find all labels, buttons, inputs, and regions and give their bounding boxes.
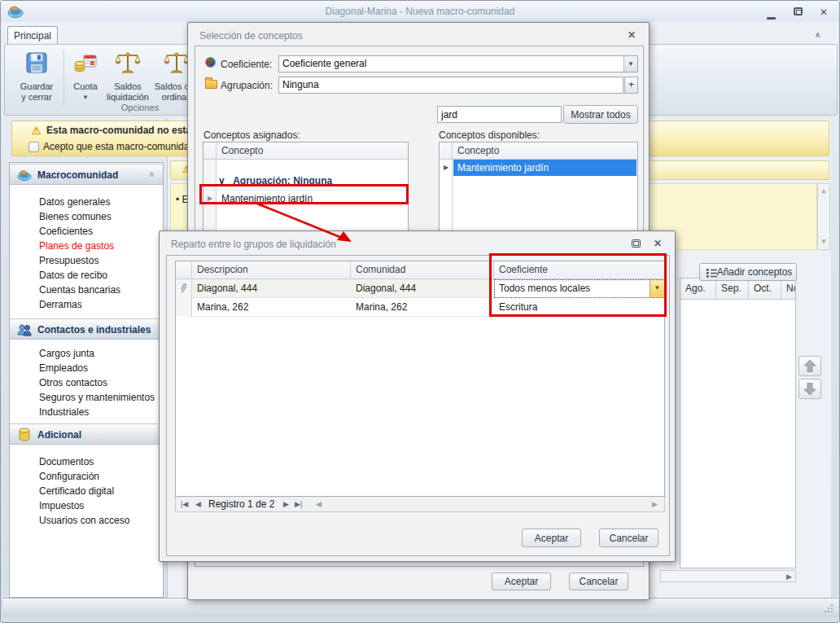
aceptar-button[interactable]: Aceptar xyxy=(522,529,581,547)
list-icon xyxy=(707,268,717,278)
accept-checkbox-label: Acepto que esta macro-comunidad es xyxy=(43,141,208,152)
guardar-y-cerrar-button[interactable]: Guardary cerrar xyxy=(15,47,59,106)
accept-checkbox[interactable] xyxy=(28,142,39,152)
mostrar-todos-button[interactable]: Mostrar todos xyxy=(563,105,638,124)
sidebar-group-label: Macrocomunidad xyxy=(37,169,118,181)
resize-grip[interactable] xyxy=(824,603,833,613)
month-column-header[interactable]: Sep. xyxy=(716,279,749,300)
sidebar-group-adicional[interactable]: Adicional xyxy=(10,423,163,445)
nav-prev-icon[interactable]: ◀ xyxy=(195,500,201,508)
agrupacion-value: Ninguna xyxy=(282,79,319,90)
chevron-up-icon[interactable]: ∧ xyxy=(149,169,155,178)
nav-last-icon[interactable]: ▶| xyxy=(295,500,302,508)
sidebar-item-coeficientes[interactable]: Coeficientes xyxy=(39,224,93,239)
database-icon xyxy=(19,428,30,441)
concepto-column-header[interactable]: Concepto xyxy=(453,143,637,160)
sidebar-item-derramas[interactable]: Derramas xyxy=(39,297,82,312)
scroll-right-icon[interactable]: ▶ xyxy=(786,573,792,581)
available-list-label: Conceptos disponibles: xyxy=(439,129,540,141)
aceptar-button[interactable]: Aceptar xyxy=(492,573,551,590)
ribbon-collapse-button[interactable]: ∧ xyxy=(815,30,820,39)
statusbar xyxy=(3,598,838,617)
agrupacion-add-button[interactable]: + xyxy=(624,77,638,94)
months-table: Ago. Sep. Oct. Nov. xyxy=(680,278,796,568)
available-concept-label: Mantenimiento jardín xyxy=(457,162,549,173)
comunidad-cell[interactable]: Marina, 262 xyxy=(356,301,407,313)
nav-next-icon[interactable]: ▶ xyxy=(283,500,289,508)
descripcion-column-header[interactable]: Descripcion xyxy=(192,261,351,279)
ribbon-button-label: Cuota xyxy=(67,81,104,92)
dialog-title: Selección de conceptos xyxy=(199,30,303,42)
month-column-header[interactable]: Nov. xyxy=(781,279,796,300)
sidebar-item-cuentas-bancarias[interactable]: Cuentas bancarias xyxy=(39,283,120,297)
tab-principal[interactable]: Principal xyxy=(7,26,58,45)
move-down-button[interactable] xyxy=(798,379,821,399)
sidebar-item-seguros[interactable]: Seguros y mantenimientos xyxy=(39,390,155,405)
sidebar-item-bienes-comunes[interactable]: Bienes comunes xyxy=(39,209,112,224)
search-input[interactable] xyxy=(437,106,562,123)
grid-pagination-bar: |◀ ◀ Registro 1 de 2 ▶ ▶| ◀ ▶ xyxy=(175,497,665,512)
sidebar-item-certificado-digital[interactable]: Certificado digital xyxy=(39,484,114,498)
list-item-selected[interactable]: Mantenimiento jardín xyxy=(453,160,637,176)
add-concepts-button[interactable]: Añadir conceptos xyxy=(699,263,797,281)
move-up-button[interactable] xyxy=(798,356,821,376)
scroll-right-icon[interactable]: ▶ xyxy=(652,500,658,508)
row-expand-icon[interactable]: ▶ xyxy=(444,164,448,171)
months-header-row: Ago. Sep. Oct. Nov. xyxy=(680,279,796,300)
scales-icon xyxy=(115,50,141,75)
comunidad-cell[interactable]: Diagonal, 444 xyxy=(356,283,416,294)
sidebar-item-usuarios-con-acceso[interactable]: Usuarios con acceso xyxy=(39,513,129,528)
cancelar-button[interactable]: Cancelar xyxy=(599,529,658,547)
ribbon-button-label: Saldos xyxy=(106,81,150,92)
restore-button[interactable] xyxy=(794,7,803,17)
horizontal-scrollbar[interactable]: ▶ xyxy=(660,570,796,582)
titlebar[interactable]: Diagonal-Marina - Nueva macro-comunidad … xyxy=(1,1,839,22)
close-icon: ✕ xyxy=(820,7,828,18)
row-indicator xyxy=(176,298,192,317)
saldos-liquidacion-button[interactable]: Saldosliquidación xyxy=(106,47,150,106)
concepto-column-header[interactable]: Concepto xyxy=(217,143,408,160)
sidebar-group-macrocomunidad[interactable]: Macrocomunidad ∧ xyxy=(10,164,163,185)
scroll-down-icon[interactable]: ▼ xyxy=(820,238,827,245)
scales-icon xyxy=(164,50,190,75)
annotation-arrow xyxy=(244,198,366,255)
agrupacion-field[interactable]: Ninguna xyxy=(278,77,623,94)
nav-first-icon[interactable]: |◀ xyxy=(181,500,188,508)
scroll-up-icon[interactable]: ▲ xyxy=(820,187,827,195)
month-column-header[interactable]: Oct. xyxy=(749,279,781,300)
scroll-left-icon[interactable]: ◀ xyxy=(316,500,322,508)
pencil-edit-icon xyxy=(179,283,188,293)
dialog-close-button[interactable]: ✕ xyxy=(654,238,662,249)
sidebar-item-impuestos[interactable]: Impuestos xyxy=(39,498,84,513)
month-column-header[interactable]: Ago. xyxy=(680,279,716,300)
restore-icon xyxy=(794,7,803,15)
comunidad-column-header[interactable]: Comunidad xyxy=(351,261,494,279)
sidebar-item-empleados[interactable]: Empleados xyxy=(39,361,88,375)
sidebar-item-configuracion[interactable]: Configuración xyxy=(39,469,99,484)
cuota-button[interactable]: Cuota▼ xyxy=(67,47,104,106)
community-icon xyxy=(17,169,32,182)
cancelar-button[interactable]: Cancelar xyxy=(569,573,628,590)
coeficiente-value: Coeficiente general xyxy=(282,58,366,69)
sidebar-item-industriales[interactable]: Industriales xyxy=(39,405,89,419)
sidebar-item-presupuestos[interactable]: Presupuestos xyxy=(39,253,98,268)
sidebar-item-documentos[interactable]: Documentos xyxy=(39,454,94,469)
descripcion-cell[interactable]: Diagonal, 444 xyxy=(197,283,257,294)
dialog-restore-button[interactable] xyxy=(632,239,641,250)
sidebar-item-datos-generales[interactable]: Datos generales xyxy=(39,195,110,209)
close-button[interactable]: ✕ xyxy=(820,7,828,17)
dialog-close-button[interactable]: ✕ xyxy=(628,29,636,41)
sidebar-item-otros-contactos[interactable]: Otros contactos xyxy=(39,375,107,390)
close-icon: ✕ xyxy=(654,238,662,249)
sidebar-group-contactos[interactable]: Contactos e industriales xyxy=(10,318,163,340)
sidebar-item-planes-de-gastos[interactable]: Planes de gastos xyxy=(39,239,114,253)
sidebar-item-cargos-junta[interactable]: Cargos junta xyxy=(39,346,94,361)
coeficiente-combobox[interactable]: Coeficiente general ▼ xyxy=(278,55,638,72)
contacts-icon xyxy=(17,323,32,336)
combo-dropdown-button[interactable]: ▼ xyxy=(623,56,637,72)
sidebar-item-datos-de-recibo[interactable]: Datos de recibo xyxy=(39,268,107,283)
messages-scrollbar[interactable]: ▲ ▼ xyxy=(817,183,830,250)
screen: Diagonal-Marina - Nueva macro-comunidad … xyxy=(0,0,840,623)
minimize-button[interactable] xyxy=(767,11,776,21)
descripcion-cell[interactable]: Marina, 262 xyxy=(197,301,248,313)
